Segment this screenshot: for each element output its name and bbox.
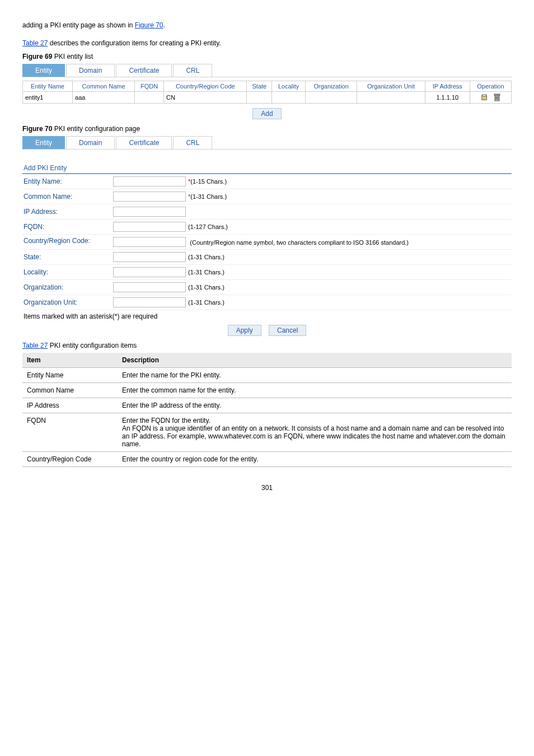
label-org: Organization: xyxy=(24,283,113,291)
tab-crl[interactable]: CRL xyxy=(173,64,212,77)
col-operation: Operation xyxy=(470,81,511,92)
label-fqdn: FQDN: xyxy=(24,223,113,231)
config-row: Common Name Enter the common name for th… xyxy=(22,383,512,398)
label-common-name: Common Name: xyxy=(24,193,113,200)
cfg-desc: Enter the name for the PKI entity. xyxy=(118,368,512,383)
tab-crl-2[interactable]: CRL xyxy=(173,136,212,149)
figure70-caption: Figure 70 PKI entity configuration page xyxy=(22,125,512,133)
entity-table: Entity Name Common Name FQDN Country/Reg… xyxy=(22,81,512,104)
trash-icon[interactable] xyxy=(494,94,500,100)
cell-org-unit xyxy=(357,92,425,104)
col-ip: IP Address xyxy=(425,81,470,92)
input-common-name[interactable] xyxy=(113,192,186,202)
cfg-item: Country/Region Code xyxy=(22,452,118,467)
input-entity-name[interactable] xyxy=(113,176,186,186)
page-number: 301 xyxy=(22,484,512,492)
label-country: Country/Region Code: xyxy=(24,237,113,245)
col-entity-name: Entity Name xyxy=(23,81,73,92)
label-locality: Locality: xyxy=(24,268,113,276)
config-row: IP Address Enter the IP address of the e… xyxy=(22,398,512,413)
label-org-unit: Organization Unit: xyxy=(24,298,113,306)
table-row: entity1 aaa CN 1.1.1.10 xyxy=(23,92,512,104)
config-row: Country/Region Code Enter the country or… xyxy=(22,452,512,467)
config-header-row: Item Description xyxy=(22,353,512,368)
tabbar-2: Entity Domain Certificate CRL xyxy=(22,136,512,150)
row-ip: IP Address: xyxy=(22,204,512,220)
input-ip[interactable] xyxy=(113,207,186,217)
cfg-item: FQDN xyxy=(22,413,118,452)
tab-certificate[interactable]: Certificate xyxy=(116,64,172,77)
table27-caption: Table 27 PKI entity configuration items xyxy=(22,342,512,349)
cfg-desc: Enter the common name for the entity. xyxy=(118,383,512,398)
svg-rect-1 xyxy=(483,95,486,96)
col-fqdn: FQDN xyxy=(135,81,164,92)
cell-state xyxy=(247,92,272,104)
figure69: Entity Domain Certificate CRL Entity Nam… xyxy=(22,64,512,119)
label-state: State: xyxy=(24,253,113,261)
figure70-link[interactable]: Figure 70 xyxy=(135,21,163,29)
config-row: FQDN Enter the FQDN for the entity. An F… xyxy=(22,413,512,452)
row-state: State: (1-31 Chars.) xyxy=(22,250,512,265)
row-locality: Locality: (1-31 Chars.) xyxy=(22,265,512,280)
col-org-unit: Organization Unit xyxy=(357,81,425,92)
form-title: Add PKI Entity xyxy=(22,161,512,174)
required-note: Items marked with an asterisk(*) are req… xyxy=(24,312,512,320)
figure69-caption: Figure 69 PKI entity list xyxy=(22,53,512,60)
tab-entity[interactable]: Entity xyxy=(22,64,65,77)
col-item: Item xyxy=(22,353,118,368)
input-state[interactable] xyxy=(113,252,186,262)
cancel-button[interactable]: Cancel xyxy=(269,325,306,336)
input-locality[interactable] xyxy=(113,267,186,277)
cell-locality xyxy=(272,92,306,104)
table27-intro: Table 27 describes the configuration ite… xyxy=(22,39,512,47)
edit-icon[interactable] xyxy=(481,94,490,100)
input-country[interactable] xyxy=(113,237,186,247)
row-org: Organization: (1-31 Chars.) xyxy=(22,280,512,295)
row-org-unit: Organization Unit: (1-31 Chars.) xyxy=(22,295,512,310)
add-button[interactable]: Add xyxy=(252,108,281,119)
cell-fqdn xyxy=(135,92,164,104)
table-header-row: Entity Name Common Name FQDN Country/Reg… xyxy=(23,81,512,92)
cell-common-name: aaa xyxy=(73,92,135,104)
row-entity-name: Entity Name: *(1-15 Chars.) xyxy=(22,174,512,189)
cfg-item: Entity Name xyxy=(22,368,118,383)
input-fqdn[interactable] xyxy=(113,222,186,232)
table27-label[interactable]: Table 27 xyxy=(22,342,48,349)
config-table: Item Description Entity Name Enter the n… xyxy=(22,353,512,467)
col-state: State xyxy=(247,81,272,92)
tab-entity-2[interactable]: Entity xyxy=(22,136,65,149)
col-common-name: Common Name xyxy=(73,81,135,92)
col-country: Country/Region Code xyxy=(164,81,247,92)
cell-operation xyxy=(470,92,511,104)
tab-certificate-2[interactable]: Certificate xyxy=(116,136,172,149)
cfg-desc: Enter the country or region code for the… xyxy=(118,452,512,467)
cell-org xyxy=(306,92,357,104)
label-entity-name: Entity Name: xyxy=(24,178,113,185)
tabbar: Entity Domain Certificate CRL xyxy=(22,64,512,77)
apply-button[interactable]: Apply xyxy=(228,325,261,336)
cell-entity-name: entity1 xyxy=(23,92,73,104)
cfg-desc: Enter the IP address of the entity. xyxy=(118,398,512,413)
col-desc: Description xyxy=(118,353,512,368)
svg-rect-3 xyxy=(494,94,500,95)
tab-domain[interactable]: Domain xyxy=(66,64,115,77)
intro-paragraph: adding a PKI entity page as shown in Fig… xyxy=(22,21,512,29)
tab-domain-2[interactable]: Domain xyxy=(66,136,115,149)
cell-ip: 1.1.1.10 xyxy=(425,92,470,104)
cfg-item: Common Name xyxy=(22,383,118,398)
cfg-desc: Enter the FQDN for the entity. An FQDN i… xyxy=(118,413,512,452)
row-common-name: Common Name: *(1-31 Chars.) xyxy=(22,189,512,204)
table27-link[interactable]: Table 27 xyxy=(22,39,48,47)
cell-country: CN xyxy=(164,92,247,104)
input-org[interactable] xyxy=(113,282,186,292)
col-locality: Locality xyxy=(272,81,306,92)
input-org-unit[interactable] xyxy=(113,297,186,307)
label-ip: IP Address: xyxy=(24,208,113,216)
row-country: Country/Region Code: (Country/Region nam… xyxy=(22,235,512,250)
figure70: Entity Domain Certificate CRL Add PKI En… xyxy=(22,136,512,336)
col-organization: Organization xyxy=(306,81,357,92)
config-row: Entity Name Enter the name for the PKI e… xyxy=(22,368,512,383)
row-fqdn: FQDN: (1-127 Chars.) xyxy=(22,220,512,235)
cfg-item: IP Address xyxy=(22,398,118,413)
